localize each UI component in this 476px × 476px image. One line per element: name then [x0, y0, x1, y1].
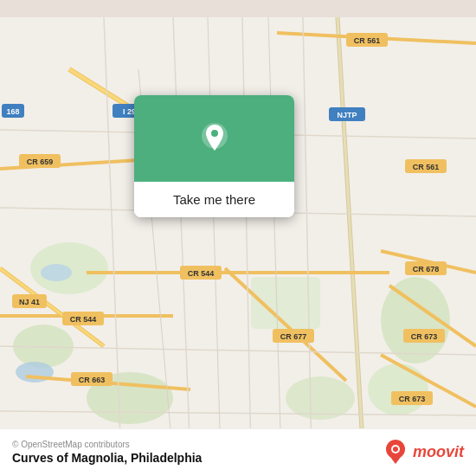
svg-text:CR 561: CR 561 — [413, 163, 440, 171]
svg-text:CR 673: CR 673 — [399, 395, 426, 403]
svg-text:NJTP: NJTP — [337, 111, 357, 119]
svg-point-66 — [211, 130, 218, 137]
attribution-text: © OpenStreetMap contributors — [12, 440, 202, 449]
svg-text:168: 168 — [6, 107, 19, 116]
bottom-bar: © OpenStreetMap contributors Curves of M… — [0, 428, 476, 476]
location-info: © OpenStreetMap contributors Curves of M… — [12, 440, 202, 465]
svg-point-69 — [393, 447, 398, 452]
moovit-logo: moovit — [382, 438, 464, 466]
moovit-icon — [382, 438, 409, 466]
svg-point-4 — [368, 363, 428, 415]
svg-text:NJ 41: NJ 41 — [19, 298, 40, 306]
svg-text:CR 663: CR 663 — [79, 376, 106, 384]
map-container: CR 561 I 295 NJTP CR 659 CR 561 CR 544 C… — [0, 0, 476, 476]
location-pin-icon — [196, 119, 234, 158]
svg-text:CR 544: CR 544 — [70, 315, 97, 324]
svg-text:CR 544: CR 544 — [188, 269, 215, 278]
moovit-text: moovit — [413, 443, 464, 461]
svg-text:CR 677: CR 677 — [280, 332, 307, 341]
svg-point-8 — [41, 264, 72, 281]
map-svg: CR 561 I 295 NJTP CR 659 CR 561 CR 544 C… — [0, 0, 476, 476]
location-name: Curves of Magnolia, Philadelphia — [12, 451, 202, 465]
popup-map-area — [134, 95, 294, 182]
svg-text:CR 673: CR 673 — [411, 332, 438, 341]
take-me-there-button[interactable]: Take me there — [134, 182, 294, 217]
svg-text:CR 678: CR 678 — [413, 265, 440, 273]
svg-text:CR 561: CR 561 — [354, 36, 381, 45]
svg-text:CR 659: CR 659 — [27, 158, 54, 166]
popup-card: Take me there — [134, 95, 294, 217]
